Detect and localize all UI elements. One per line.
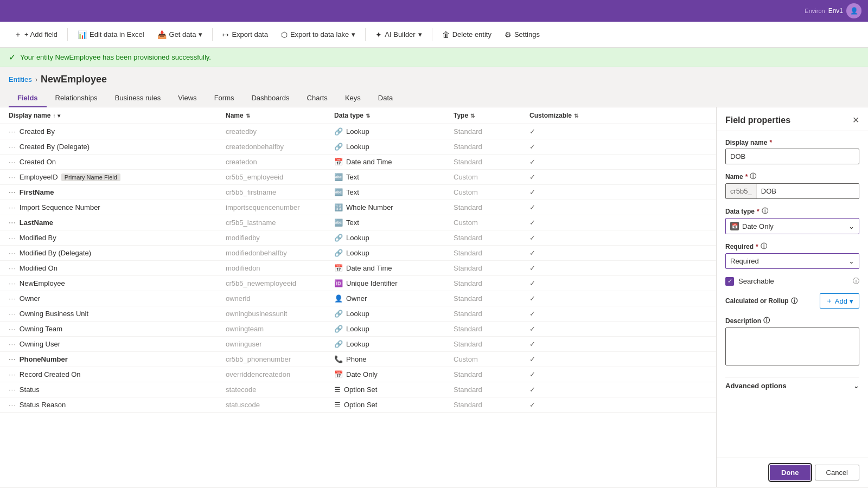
datatype-info-icon[interactable]: ⓘ xyxy=(762,207,768,216)
table-row[interactable]: ···FirstNamecr5b5_firstname🔤TextCustom✓ xyxy=(0,185,716,200)
toolbar-divider-3 xyxy=(365,28,366,41)
add-field-button[interactable]: ＋ + Add field xyxy=(9,27,63,42)
td-data-type: 🔤Text xyxy=(334,219,454,227)
table-row[interactable]: ···Created By (Delegate)createdonbehalfb… xyxy=(0,139,716,155)
panel-close-button[interactable]: ✕ xyxy=(852,115,859,125)
row-dots-menu[interactable]: ··· xyxy=(9,127,16,136)
row-dots-menu[interactable]: ··· xyxy=(9,370,16,378)
row-dots-menu[interactable]: ··· xyxy=(9,279,16,287)
ai-builder-button[interactable]: ✦ AI Builder ▾ xyxy=(370,28,427,42)
td-data-type: 🔤Text xyxy=(334,173,454,181)
display-name-input[interactable] xyxy=(725,149,859,164)
row-dots-menu[interactable]: ··· xyxy=(9,294,16,303)
row-dots-menu[interactable]: ··· xyxy=(9,219,16,227)
fields-table: Display name ↑ ▾ Name ⇅ Data type ⇅ Type… xyxy=(0,107,716,487)
table-row[interactable]: ···Owning Business Unitowningbusinessuni… xyxy=(0,306,716,322)
dt-icon: 📞 xyxy=(334,355,343,363)
table-row[interactable]: ···Record Created Onoverriddencreatedon📅… xyxy=(0,367,716,382)
table-row[interactable]: ···Created Oncreatedon📅Date and TimeStan… xyxy=(0,155,716,170)
td-name: cr5b5_lastname xyxy=(226,219,334,227)
row-dots-menu[interactable]: ··· xyxy=(9,264,16,272)
table-row[interactable]: ···Ownerownerid👤OwnerStandard✓ xyxy=(0,291,716,306)
tab-business-rules[interactable]: Business rules xyxy=(106,89,170,107)
td-data-type: 🔤Text xyxy=(334,188,454,196)
cancel-button[interactable]: Cancel xyxy=(815,465,859,480)
table-row[interactable]: ···PhoneNumbercr5b5_phonenumber📞PhoneCus… xyxy=(0,352,716,367)
table-row[interactable]: ···Created Bycreatedby🔗LookupStandard✓ xyxy=(0,124,716,139)
row-dots-menu[interactable]: ··· xyxy=(9,158,16,166)
row-dots-menu[interactable]: ··· xyxy=(9,310,16,318)
settings-button[interactable]: ⚙ Settings xyxy=(499,28,545,42)
row-dots-menu[interactable]: ··· xyxy=(9,386,16,394)
th-customizable[interactable]: Customizable ⇅ xyxy=(529,112,605,119)
display-name-label: Display name * xyxy=(725,139,859,146)
tab-views[interactable]: Views xyxy=(169,89,205,107)
row-dots-menu[interactable]: ··· xyxy=(9,173,16,181)
searchable-row: ✓ Searchable ⓘ xyxy=(725,277,859,286)
row-dots-menu[interactable]: ··· xyxy=(9,203,16,211)
tab-dashboards[interactable]: Dashboards xyxy=(242,89,298,107)
chevron-down-icon-3: ▾ xyxy=(418,30,422,38)
td-name: modifiedon xyxy=(226,264,334,272)
table-row[interactable]: ···Modified By (Delegate)modifiedonbehal… xyxy=(0,246,716,261)
add-calc-button[interactable]: ＋ Add ▾ xyxy=(820,293,859,309)
customizable-check-icon: ✓ xyxy=(529,325,535,333)
td-data-type: 📅Date Only xyxy=(334,370,454,378)
table-row[interactable]: ···NewEmployeecr5b5_newemployeeid🆔Unique… xyxy=(0,276,716,291)
searchable-info-icon[interactable]: ⓘ xyxy=(853,277,859,286)
table-row[interactable]: ···Status Reasonstatuscode☰Option SetSta… xyxy=(0,397,716,413)
required-info-icon[interactable]: ⓘ xyxy=(761,242,767,251)
searchable-checkbox[interactable]: ✓ xyxy=(725,277,734,286)
desc-info-icon[interactable]: ⓘ xyxy=(763,316,770,325)
user-avatar[interactable]: 👤 xyxy=(846,3,861,18)
table-row[interactable]: ···LastNamecr5b5_lastname🔤TextCustom✓ xyxy=(0,215,716,230)
table-row[interactable]: ···Statusstatecode☰Option SetStandard✓ xyxy=(0,382,716,397)
row-dots-menu[interactable]: ··· xyxy=(9,325,16,333)
name-info-icon[interactable]: ⓘ xyxy=(750,172,756,181)
description-textarea[interactable] xyxy=(725,328,859,365)
toolbar: ＋ + Add field 📊 Edit data in Excel 📥 Get… xyxy=(0,22,868,48)
advanced-options-row[interactable]: Advanced options ⌄ xyxy=(725,377,859,394)
th-type[interactable]: Type ⇅ xyxy=(454,112,529,119)
row-dots-menu[interactable]: ··· xyxy=(9,234,16,242)
table-row[interactable]: ···Modified Bymodifiedby🔗LookupStandard✓ xyxy=(0,230,716,246)
td-type: Standard xyxy=(454,370,529,378)
tab-relationships[interactable]: Relationships xyxy=(47,89,106,107)
table-row[interactable]: ···EmployeeIDPrimary Name Fieldcr5b5_emp… xyxy=(0,170,716,185)
th-display-name[interactable]: Display name ↑ ▾ xyxy=(9,112,226,119)
row-dots-menu[interactable]: ··· xyxy=(9,188,16,196)
td-name: importsequencenumber xyxy=(226,203,334,211)
delete-entity-button[interactable]: 🗑 Delete entity xyxy=(437,28,497,42)
data-type-select[interactable]: 📅 Date Only ⌄ xyxy=(725,218,859,234)
name-value: DOB xyxy=(757,184,859,198)
export-data-button[interactable]: ↦ Export data xyxy=(217,28,273,42)
th-data-type[interactable]: Data type ⇅ xyxy=(334,112,454,119)
row-dots-menu[interactable]: ··· xyxy=(9,340,16,348)
get-data-button[interactable]: 📥 Get data ▾ xyxy=(152,28,208,42)
tab-fields[interactable]: Fields xyxy=(9,89,47,107)
customizable-check-icon: ✓ xyxy=(529,173,535,181)
calc-info-icon[interactable]: ⓘ xyxy=(791,297,797,306)
done-button[interactable]: Done xyxy=(770,465,810,480)
main-content: Display name ↑ ▾ Name ⇅ Data type ⇅ Type… xyxy=(0,107,868,487)
tab-forms[interactable]: Forms xyxy=(206,89,243,107)
table-row[interactable]: ···Owning Teamowningteam🔗LookupStandard✓ xyxy=(0,322,716,337)
tab-data[interactable]: Data xyxy=(369,89,401,107)
table-row[interactable]: ···Owning Userowninguser🔗LookupStandard✓ xyxy=(0,337,716,352)
tab-charts[interactable]: Charts xyxy=(298,89,336,107)
export-lake-button[interactable]: ⬡ Export to data lake ▾ xyxy=(276,28,361,42)
row-dots-menu[interactable]: ··· xyxy=(9,249,16,257)
td-type: Standard xyxy=(454,340,529,348)
row-dots-menu[interactable]: ··· xyxy=(9,355,16,363)
table-row[interactable]: ···Import Sequence Numberimportsequencen… xyxy=(0,200,716,215)
entities-link[interactable]: Entities xyxy=(9,75,32,84)
edit-excel-button[interactable]: 📊 Edit data in Excel xyxy=(72,28,149,42)
required-select[interactable]: Required ⌄ xyxy=(725,253,859,269)
required-star-2: * xyxy=(745,173,748,181)
th-name[interactable]: Name ⇅ xyxy=(226,112,334,119)
td-data-type: ☰Option Set xyxy=(334,401,454,409)
row-dots-menu[interactable]: ··· xyxy=(9,143,16,151)
table-row[interactable]: ···Modified Onmodifiedon📅Date and TimeSt… xyxy=(0,261,716,276)
tab-keys[interactable]: Keys xyxy=(336,89,369,107)
row-dots-menu[interactable]: ··· xyxy=(9,401,16,409)
